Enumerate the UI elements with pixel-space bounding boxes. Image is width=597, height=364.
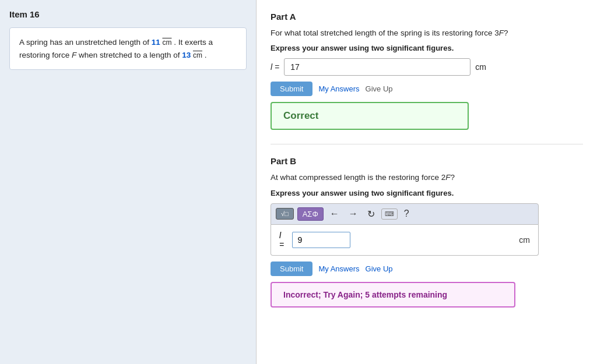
correct-box: Correct — [271, 102, 469, 130]
part-a-answer-label: l = — [271, 62, 279, 72]
sqrt-icon: √□ — [281, 210, 289, 217]
part-a-submit-button[interactable]: Submit — [271, 82, 312, 96]
problem-text-4: . — [202, 51, 207, 59]
problem-box: A spring has an unstretched length of 11… — [9, 27, 247, 70]
math-toolbar-sqrt-button[interactable]: √□ — [276, 208, 294, 220]
part-b-answer-input[interactable] — [292, 232, 350, 248]
problem-text-3: when stretched to a length of — [76, 51, 182, 59]
part-a-give-up-text: Give Up — [366, 84, 393, 93]
part-a-answer-row: l = cm — [271, 58, 583, 76]
part-a-instruction: Express your answer using two significan… — [271, 44, 583, 52]
problem-length1-val: 11 — [152, 38, 160, 47]
part-a-title: Part A — [271, 12, 583, 22]
part-b-question: At what compressed length is the restori… — [271, 172, 583, 183]
part-a-buttons-row: Submit My Answers Give Up — [271, 82, 583, 96]
redo-button[interactable]: → — [346, 207, 361, 220]
part-b-answer-row: l = cm — [279, 231, 530, 249]
part-b-answer-unit: cm — [507, 235, 530, 245]
math-toolbar: √□ ΑΣΦ ← → ↻ ⌨ ? — [271, 203, 539, 225]
item-title: Item 16 — [9, 9, 247, 19]
problem-length2-unit: cm — [193, 51, 202, 59]
math-toolbar-greek-button[interactable]: ΑΣΦ — [297, 207, 324, 221]
part-a-section: Part A For what total stretched length o… — [271, 0, 583, 144]
problem-text-1: A spring has an unstretched length of — [19, 38, 152, 47]
part-b-title: Part B — [271, 156, 583, 166]
problem-length2-val: 13 — [182, 51, 191, 59]
right-panel: Part A For what total stretched length o… — [257, 0, 597, 364]
part-b-submit-button[interactable]: Submit — [271, 261, 312, 276]
undo-button[interactable]: ← — [327, 207, 342, 220]
part-a-my-answers-button[interactable]: My Answers — [318, 84, 359, 93]
help-button[interactable]: ? — [401, 207, 412, 220]
part-b-section: Part B At what compressed length is the … — [271, 144, 583, 319]
part-a-answer-unit: cm — [475, 62, 486, 72]
refresh-button[interactable]: ↻ — [364, 207, 378, 221]
math-input-area: l = cm — [271, 225, 539, 256]
part-a-question: For what total stretched length of the s… — [271, 27, 583, 39]
part-b-answer-label: l = — [279, 231, 287, 249]
incorrect-box: Incorrect; Try Again; 5 attempts remaini… — [271, 282, 515, 308]
left-panel: Item 16 A spring has an unstretched leng… — [0, 0, 257, 364]
part-b-give-up-button[interactable]: Give Up — [366, 264, 393, 273]
part-b-input-wrapper: cm — [292, 232, 530, 248]
keyboard-button[interactable]: ⌨ — [381, 208, 398, 220]
part-b-instruction: Express your answer using two significan… — [271, 189, 583, 197]
problem-length1-unit: cm — [162, 38, 171, 47]
part-b-my-answers-button[interactable]: My Answers — [318, 264, 359, 273]
part-b-buttons-row: Submit My Answers Give Up — [271, 261, 583, 276]
part-a-answer-input[interactable] — [284, 58, 470, 76]
